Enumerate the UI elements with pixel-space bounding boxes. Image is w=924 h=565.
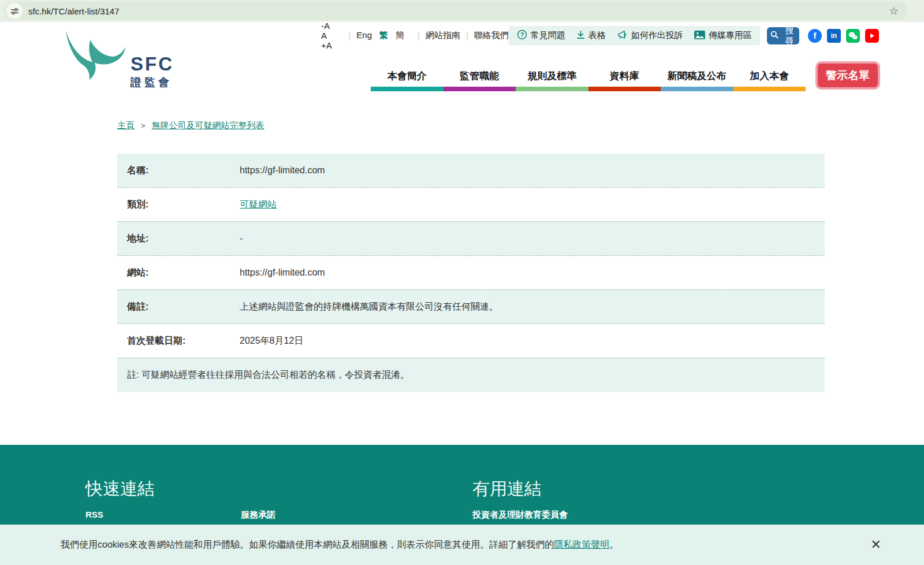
footer-link-ifec[interactable]: 投資者及理財教育委員會 [472,510,568,521]
language-switch: Eng繁簡 [356,30,412,41]
wechat-icon[interactable] [846,29,860,43]
eagle-logo-icon [61,29,128,90]
nav-item-4[interactable]: 資料庫 [588,64,661,91]
complaint-label: 如何作出投訴 [631,30,683,41]
breadcrumb-current-link[interactable]: 無牌公司及可疑網站完整列表 [152,120,264,131]
search-label: 搜尋 [783,25,796,47]
detail-note-row: 註: 可疑網站經營者往往採用與合法公司相若的名稱，令投資者混淆。 [117,358,825,392]
detail-row-value: 上述網站與證監會的持牌機構萬國資本有限公司沒有任何關連。 [240,301,825,313]
detail-row-value: - [240,233,825,244]
detail-table: 名稱:https://gf-limited.com類別:可疑網站地址:-網站:h… [117,154,825,392]
detail-row-label: 備註: [117,301,240,313]
media-label: 傳媒專用區 [709,30,752,41]
site-settings-icon[interactable] [6,3,23,19]
nav-item-1[interactable]: 本會簡介 [371,64,444,91]
font-normal-button[interactable]: A [321,31,327,40]
picture-icon [694,31,705,41]
language-Eng[interactable]: Eng [356,30,372,41]
cookie-suffix: 。 [609,540,619,549]
detail-row-label: 網站: [117,267,240,279]
category-link[interactable]: 可疑網站 [240,199,277,209]
nav-item-2[interactable]: 監管職能 [444,64,516,91]
detail-row-6: 首次登載日期:2025年8月12日 [117,324,825,358]
media-link[interactable]: 傳媒專用區 [694,30,752,41]
font-size-controls: -A A +A [321,21,342,50]
site-guide-link[interactable]: 網站指南 [426,30,460,41]
privacy-policy-link[interactable]: 隱私政策聲明 [554,540,609,549]
main-nav: 本會簡介監管職能規則及標準資料庫新聞稿及公布加入本會 [371,64,806,91]
linkedin-icon[interactable]: in [827,29,841,43]
breadcrumb: 主頁 > 無牌公司及可疑網站完整列表 [117,120,264,131]
detail-row-label: 首次登載日期: [117,335,240,347]
faq-link[interactable]: ? 常見問題 [517,29,565,42]
page: sfc.hk/TC/alert-list/3147 ☆ SFC 證監會 -A A… [0,0,924,565]
sfc-logo[interactable]: SFC 證監會 [61,29,174,90]
divider: | [466,31,468,40]
footer-link-rss[interactable]: RSS [85,510,103,519]
language-簡[interactable]: 簡 [396,30,404,41]
download-icon [576,31,585,41]
svg-text:?: ? [520,32,524,38]
close-icon[interactable]: ✕ [871,538,881,551]
detail-row-3: 地址:- [117,221,825,255]
footer-link-service-pledge[interactable]: 服務承諾 [241,510,275,521]
detail-row-2: 類別:可疑網站 [117,187,825,221]
forms-label: 表格 [588,30,606,41]
site-header: SFC 證監會 -A A +A | Eng繁簡 | 網站指南 | 聯絡我們 [0,22,924,104]
url-text: sfc.hk/TC/alert-list/3147 [28,6,120,16]
address-bar[interactable]: sfc.hk/TC/alert-list/3147 ☆ [3,2,908,20]
question-circle-icon: ? [517,29,527,42]
detail-row-label: 名稱: [117,165,240,177]
quick-icon-zone: ? 常見問題 表格 [509,26,760,45]
language-繁[interactable]: 繁 [379,30,388,41]
detail-row-4: 網站:https://gf-limited.com [117,255,825,289]
logo-text: SFC 證監會 [131,54,174,90]
nav-item-5[interactable]: 新聞稿及公布 [661,64,733,91]
logo-chinese: 證監會 [131,75,174,90]
social-links: f in [808,29,879,43]
contact-us-link[interactable]: 聯絡我們 [474,30,509,41]
detail-row-1: 名稱:https://gf-limited.com [117,154,825,187]
detail-row-value: 可疑網站 [240,199,825,211]
font-larger-button[interactable]: +A [321,40,332,50]
browser-bar: sfc.hk/TC/alert-list/3147 ☆ [0,0,924,22]
nav-item-3[interactable]: 規則及標準 [516,64,588,91]
detail-row-label: 地址: [117,233,240,245]
cookie-banner: 我們使用cookies來改善網站性能和用戶體驗。如果你繼續使用本網站及相關服務，… [0,525,924,565]
utility-bar: -A A +A | Eng繁簡 | 網站指南 | 聯絡我們 ? 常見問題 [321,26,879,45]
logo-acronym: SFC [131,54,174,73]
faq-label: 常見問題 [531,30,565,41]
search-button[interactable]: 搜尋 [767,27,799,44]
bookmark-star-icon[interactable]: ☆ [889,5,899,17]
megaphone-icon [617,30,628,42]
alert-list-button[interactable]: 警示名單 [815,61,880,90]
detail-note-text: 註: 可疑網站經營者往往採用與合法公司相若的名稱，令投資者混淆。 [127,369,409,381]
facebook-icon[interactable]: f [808,29,822,43]
cookie-message: 我們使用cookies來改善網站性能和用戶體驗。如果你繼續使用本網站及相關服務，… [61,539,619,551]
cookie-text: 我們使用cookies來改善網站性能和用戶體驗。如果你繼續使用本網站及相關服務，… [61,540,554,549]
quick-links-title: 快速連結 [85,477,155,501]
youtube-icon[interactable] [865,29,879,43]
divider: | [418,31,420,40]
breadcrumb-separator: > [141,121,146,130]
font-smaller-button[interactable]: -A [321,21,330,31]
detail-row-value: 2025年8月12日 [240,335,825,347]
search-icon [770,31,778,40]
detail-row-label: 類別: [117,199,240,211]
detail-row-value: https://gf-limited.com [240,267,825,278]
useful-links-title: 有用連結 [472,477,542,501]
nav-item-6[interactable]: 加入本會 [733,64,806,91]
breadcrumb-home-link[interactable]: 主頁 [117,120,135,131]
detail-row-5: 備註:上述網站與證監會的持牌機構萬國資本有限公司沒有任何關連。 [117,289,825,324]
detail-row-value: https://gf-limited.com [240,165,825,176]
complaint-link[interactable]: 如何作出投訴 [617,30,683,42]
divider: | [348,31,351,40]
forms-link[interactable]: 表格 [576,30,606,41]
